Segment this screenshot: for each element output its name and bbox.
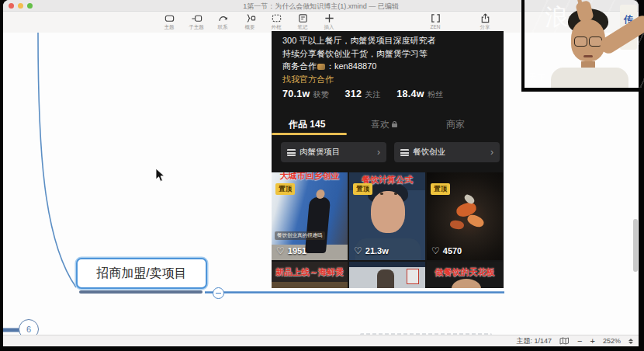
- pinned-badge: 置顶: [353, 183, 372, 195]
- likes-stat: 70.1w获赞: [282, 89, 329, 100]
- profile-tabs: 作品 145 喜欢 商家: [272, 115, 504, 137]
- collapsed-count: 6: [26, 325, 31, 334]
- zen-icon: [430, 12, 441, 24]
- person-eye: [380, 193, 383, 195]
- chevron-right-icon: ›: [377, 147, 380, 158]
- chevron-right-icon: ›: [490, 147, 493, 158]
- heart-icon: ♡: [431, 245, 440, 256]
- presenter-shirt: [551, 68, 628, 88]
- video-thumb-3: 置顶 ♡4570: [427, 172, 503, 260]
- video-grid-row1: 大城市回乡创业 置顶 餐饮创业真的很难吗 ♡1951 餐饮计算公式 置顶 ♡21…: [272, 172, 503, 260]
- tool-label: 外框: [263, 24, 289, 30]
- share-button[interactable]: 分享: [469, 12, 500, 30]
- tab-works: 作品 145: [289, 118, 325, 131]
- subtopic-icon: [191, 12, 203, 24]
- branch-collapse-toggle[interactable]: [213, 287, 224, 299]
- insert-icon: [324, 12, 335, 24]
- banner-text-left: 天下: [528, 71, 545, 83]
- stepper-up-icon: [628, 339, 633, 341]
- like-count: ♡4570: [431, 245, 462, 256]
- tool-label: 分享: [469, 24, 500, 30]
- boundary-icon: [271, 12, 282, 24]
- status-bar: 主题: 1/147 − + 252%: [3, 335, 639, 346]
- crab-piece: [449, 220, 464, 230]
- map-overview-icon[interactable]: [559, 337, 570, 345]
- zoom-level[interactable]: 252%: [603, 337, 621, 345]
- mouse-cursor: [155, 168, 165, 182]
- person-figure: [377, 269, 394, 288]
- zoom-in-button[interactable]: +: [590, 338, 595, 345]
- collection-catering: 餐饮创业 ›: [394, 142, 500, 162]
- video-thumb-5: [349, 262, 425, 288]
- person-eye: [394, 193, 397, 195]
- node-label: 招商加盟/卖项目: [96, 266, 186, 282]
- note-icon: [297, 12, 309, 24]
- following-stat: 312关注: [345, 89, 381, 100]
- tab-shop: 商家: [446, 118, 465, 131]
- bio-line-1: 300 平以上餐厅，肉蟹煲项目深度研究者: [282, 34, 435, 47]
- webcam-overlay: 浪 传 媒 天下 音: [521, 0, 644, 92]
- zen-mode-button[interactable]: ZEN: [420, 12, 451, 30]
- bio-line-2: 持续分享餐饮创业干货，肉蟹煲学习等: [282, 47, 435, 61]
- share-icon: [480, 12, 491, 24]
- tool-label: 笔记: [289, 24, 316, 30]
- person-head: [452, 279, 481, 288]
- relationship-icon: [217, 12, 229, 24]
- video-thumb-6: 做餐饮的天花板: [427, 262, 503, 288]
- zoom-stepper[interactable]: [628, 339, 633, 344]
- playlist-stack-icon: [400, 149, 409, 156]
- video-thumb-2: 餐饮计算公式 置顶 ♡21.3w: [349, 172, 425, 260]
- storefront-sign: [407, 269, 419, 284]
- subtopic-button[interactable]: 子主题: [183, 12, 209, 30]
- like-count: ♡1951: [276, 245, 306, 256]
- tab-likes: 喜欢: [371, 118, 397, 131]
- topic-icon: [164, 12, 175, 24]
- mindmap-node[interactable]: 招商加盟/卖项目: [76, 258, 207, 289]
- video-title: 新品上线～海鲜煲: [272, 266, 348, 278]
- banner-calligraphy: 浪: [545, 2, 568, 33]
- tool-label: 插入: [316, 24, 342, 30]
- video-grid-row2: 新品上线～海鲜煲 做餐饮的天花板: [272, 262, 503, 288]
- wechat-contact-icon: [317, 64, 325, 70]
- presenter-mouth: [583, 55, 593, 57]
- summary-button[interactable]: 概要: [237, 12, 263, 30]
- boundary-button[interactable]: 外框: [263, 12, 289, 30]
- collection-buttons: 肉蟹煲项目 › 餐饮创业 ›: [281, 142, 500, 162]
- person-face: [371, 191, 405, 233]
- tool-label: ZEN: [420, 24, 451, 30]
- video-title: 大城市回乡创业: [272, 172, 348, 182]
- profile-bio: 300 平以上餐厅，肉蟹煲项目深度研究者 持续分享餐饮创业干货，肉蟹煲学习等 商…: [282, 34, 435, 85]
- tool-label: 子主题: [183, 24, 209, 30]
- vertical-scrollbar-thumb[interactable]: [633, 219, 638, 272]
- fans-stat: 18.4w粉丝: [396, 89, 443, 100]
- presenter-glasses: [573, 36, 603, 46]
- official-cooperation-link: 找我官方合作: [282, 73, 435, 86]
- active-tab-underline: [272, 133, 347, 135]
- insert-button[interactable]: 插入: [316, 12, 342, 30]
- heart-icon: ♡: [276, 245, 285, 256]
- collection-roucrab: 肉蟹煲项目 ›: [281, 142, 386, 162]
- video-thumb-4: 新品上线～海鲜煲: [272, 262, 348, 288]
- note-button[interactable]: 笔记: [289, 12, 316, 30]
- stepper-down-icon: [628, 342, 633, 344]
- lock-icon: [392, 123, 397, 127]
- summary-icon: [244, 12, 256, 24]
- bio-line-3: 商务合作：ken848870: [282, 60, 435, 73]
- video-thumb-1: 大城市回乡创业 置顶 餐饮创业真的很难吗 ♡1951: [272, 172, 348, 260]
- relationship-button[interactable]: 联系: [209, 12, 236, 30]
- crab-piece: [466, 213, 485, 229]
- heart-icon: ♡: [354, 245, 362, 256]
- pinned-badge: 置顶: [431, 183, 450, 195]
- playlist-stack-icon: [287, 149, 296, 156]
- profile-stats: 70.1w获赞 312关注 18.4w粉丝: [282, 89, 459, 100]
- douyin-profile-image[interactable]: 300 平以上餐厅，肉蟹煲项目深度研究者 持续分享餐饮创业干货，肉蟹煲学习等 商…: [272, 31, 504, 288]
- zoom-out-button[interactable]: −: [577, 338, 582, 345]
- node-underline: [79, 290, 203, 294]
- pinned-badge: 置顶: [275, 183, 295, 195]
- like-count: ♡21.3w: [354, 245, 389, 256]
- topic-button[interactable]: 主题: [156, 12, 182, 30]
- tool-label: 主题: [156, 24, 182, 30]
- video-caption: 餐饮创业真的很难吗: [275, 231, 325, 240]
- tool-label: 联系: [209, 24, 236, 30]
- topic-counter: 主题: 1/147: [517, 336, 552, 346]
